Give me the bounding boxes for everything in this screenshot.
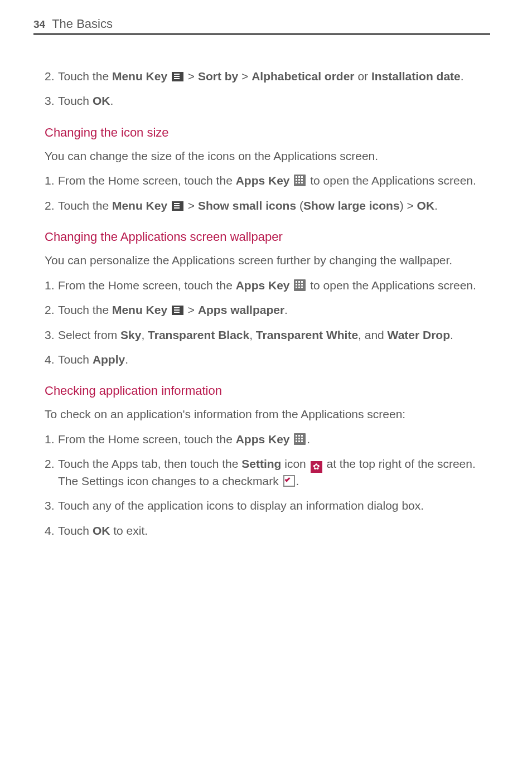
step-number: 2. (45, 68, 55, 85)
step-text: , (249, 328, 256, 341)
step-text: . (434, 199, 438, 212)
step-number: 3. (45, 93, 55, 109)
step-text: > (185, 199, 198, 212)
step-text: Touch the Apps tab, then touch the (58, 457, 241, 470)
page-header: 34 The Basics (33, 17, 490, 35)
step-text: Select from (58, 328, 120, 341)
paragraph: To check on an application's information… (45, 406, 490, 423)
ok-label: OK (93, 94, 110, 107)
ok-label: OK (417, 199, 435, 212)
list-item: 4. Touch Apply. (45, 351, 490, 368)
page-content: 2. Touch the Menu Key > Sort by > Alphab… (33, 68, 490, 539)
step-text: From the Home screen, touch the (58, 279, 236, 292)
setting-icon: ✿ (311, 461, 322, 473)
paragraph: You can change the size of the icons on … (45, 148, 490, 164)
apps-key-icon (294, 433, 306, 445)
step-text: > (185, 70, 198, 83)
alpha-order-label: Alphabetical order (252, 70, 354, 83)
step-number: 4. (45, 522, 55, 539)
step-number: 2. (45, 456, 55, 472)
step-text: icon (281, 457, 309, 470)
step-number: 2. (45, 197, 55, 214)
transparent-black-label: Transparent Black (148, 328, 249, 341)
step-text: . (125, 353, 128, 366)
step-number: 4. (45, 351, 55, 368)
menu-key-label: Menu Key (112, 70, 167, 83)
sky-label: Sky (120, 328, 141, 341)
step-number: 2. (45, 302, 55, 318)
apps-key-icon (294, 175, 306, 186)
step-text: Touch the (58, 199, 112, 212)
list-item: 2. Touch the Menu Key > Show small icons… (45, 197, 490, 214)
ok-label: OK (93, 524, 110, 537)
water-drop-label: Water Drop (388, 328, 450, 341)
list-item: 3. Touch any of the application icons to… (45, 497, 490, 514)
step-number: 1. (45, 172, 55, 189)
apps-key-icon (294, 279, 306, 291)
step-text: Touch (58, 94, 93, 107)
step-text: From the Home screen, touch the (58, 174, 236, 187)
setting-label: Setting (241, 457, 281, 470)
show-small-icons-label: Show small icons (198, 199, 296, 212)
chapter-title: The Basics (52, 17, 113, 31)
step-text: . (461, 70, 464, 83)
apps-key-label: Apps Key (236, 279, 290, 292)
step-text: to open the Applications screen. (307, 174, 476, 187)
apps-key-label: Apps Key (236, 174, 290, 187)
menu-key-label: Menu Key (112, 199, 167, 212)
section-heading-icon-size: Changing the icon size (45, 125, 490, 140)
step-text: . (284, 303, 288, 316)
step-text: Touch the (58, 303, 112, 316)
menu-key-icon (172, 72, 183, 81)
apply-label: Apply (93, 353, 125, 366)
apps-wallpaper-label: Apps wallpaper (198, 303, 284, 316)
step-text: Touch the (58, 70, 112, 83)
step-text: or (355, 70, 371, 83)
menu-key-icon (172, 201, 183, 211)
sort-by-label: Sort by (198, 70, 238, 83)
step-text: > (238, 70, 252, 83)
step-text: to open the Applications screen. (307, 279, 476, 292)
menu-key-label: Menu Key (112, 303, 167, 316)
step-text: , (141, 328, 148, 341)
step-text: . (307, 433, 310, 446)
menu-key-icon (172, 306, 183, 315)
section-heading-app-info: Checking application information (45, 384, 490, 398)
step-text: Touch (58, 524, 93, 537)
list-item: 2. Touch the Apps tab, then touch the Se… (45, 456, 490, 490)
list-item: 3. Touch OK. (45, 93, 490, 109)
show-large-icons-label: Show large icons (303, 199, 400, 212)
step-number: 3. (45, 497, 55, 514)
step-number: 3. (45, 327, 55, 343)
step-number: 1. (45, 431, 55, 448)
paragraph: You can personalize the Applications scr… (45, 252, 490, 269)
step-text: From the Home screen, touch the (58, 433, 236, 446)
list-item: 4. Touch OK to exit. (45, 522, 490, 539)
page-number: 34 (33, 18, 45, 31)
step-text: ) > (400, 199, 417, 212)
section-heading-wallpaper: Changing the Applications screen wallpap… (45, 230, 490, 244)
step-text: ( (296, 199, 303, 212)
step-text: , and (358, 328, 388, 341)
step-text: . (296, 475, 299, 487)
list-item: 1. From the Home screen, touch the Apps … (45, 277, 490, 294)
install-date-label: Installation date (371, 70, 461, 83)
step-text: to exit. (110, 524, 148, 537)
step-text: . (110, 94, 113, 107)
step-number: 1. (45, 277, 55, 294)
list-item: 1. From the Home screen, touch the Apps … (45, 431, 490, 448)
list-item: 2. Touch the Menu Key > Apps wallpaper. (45, 302, 490, 318)
step-text: > (185, 303, 198, 316)
step-text: . (450, 328, 453, 341)
apps-key-label: Apps Key (236, 433, 290, 446)
list-item: 3. Select from Sky, Transparent Black, T… (45, 327, 490, 343)
step-text: Touch any of the application icons to di… (58, 499, 424, 512)
list-item: 2. Touch the Menu Key > Sort by > Alphab… (45, 68, 490, 85)
transparent-white-label: Transparent White (256, 328, 358, 341)
list-item: 1. From the Home screen, touch the Apps … (45, 172, 490, 189)
step-text: Touch (58, 353, 93, 366)
checkmark-icon (283, 475, 295, 487)
